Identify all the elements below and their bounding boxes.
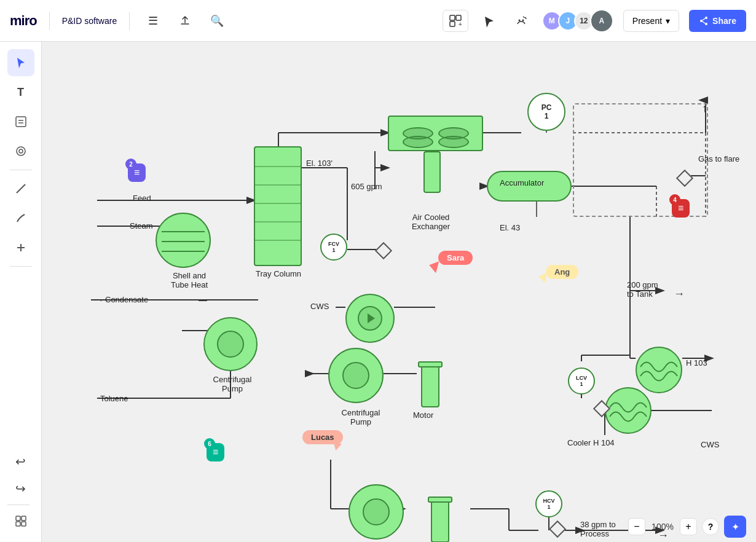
text-icon: T <box>17 86 24 99</box>
sidebar-tool-undo[interactable]: ↩ <box>7 448 34 475</box>
present-button[interactable]: Present ▾ <box>623 10 679 32</box>
svg-point-4 <box>518 19 520 21</box>
sidebar-tool-board[interactable] <box>7 508 34 535</box>
user-tag-sara[interactable]: Sara <box>438 251 473 265</box>
centrifugal-pump-1-component[interactable] <box>203 317 258 371</box>
label-cws-2: CWS <box>701 440 719 449</box>
sidebar-tool-add[interactable] <box>7 234 34 261</box>
label-cws-1: CWS <box>310 302 329 311</box>
air-cooled-component[interactable] <box>423 151 441 193</box>
help-button[interactable]: ? <box>702 518 719 535</box>
sidebar-separator <box>10 170 32 170</box>
arrow-condensate-left: ← <box>98 295 107 305</box>
label-accumulator: Accumulator <box>500 178 544 187</box>
gate-valve-1[interactable] <box>375 242 392 259</box>
svg-line-9 <box>703 18 705 20</box>
label-steam: Steam <box>130 221 153 230</box>
condenser-component[interactable] <box>388 116 483 151</box>
shell-tube-component[interactable] <box>156 213 211 268</box>
label-feed: Feed <box>133 194 151 203</box>
gate-valve-3[interactable] <box>549 520 566 538</box>
magic-icon: ✦ <box>731 521 739 533</box>
label-gpm200: 200 gpmto Tank <box>627 280 676 299</box>
user-tag-ang[interactable]: Ang <box>546 265 578 279</box>
h103-component[interactable] <box>636 347 682 393</box>
reactions-button[interactable] <box>510 10 532 32</box>
label-h103: H 103 <box>686 358 707 367</box>
menu-button[interactable]: ☰ <box>142 10 164 32</box>
canvas[interactable]: PC 1 FCV 1 LCV 1 HCV 1 ≡ 2 ≡ 4 <box>42 42 756 542</box>
sidebar-tool-sticky[interactable] <box>7 108 34 135</box>
label-gpm605: 605 gpm <box>351 182 382 191</box>
motor-1-component[interactable] <box>421 364 439 407</box>
label-el103: El. 103' <box>306 159 333 168</box>
label-el43: El. 43 <box>500 223 520 232</box>
svg-point-7 <box>705 17 707 19</box>
centrifugal-pump-3-component[interactable] <box>348 484 404 540</box>
centrifugal-pump-2-component[interactable] <box>328 348 384 403</box>
svg-rect-19 <box>16 516 20 520</box>
label-condensate: Condensate <box>105 295 148 304</box>
sidebar-tool-pen[interactable] <box>7 205 34 232</box>
motor-2-component[interactable] <box>431 500 449 542</box>
label-cent-pump-1: CentrifugalPump <box>205 375 260 393</box>
svg-point-14 <box>17 147 25 155</box>
label-shell-tube: Shell andTube Heat <box>162 271 217 289</box>
search-button[interactable]: 🔍 <box>206 10 228 32</box>
comment-blue[interactable]: ≡ 2 <box>128 163 146 182</box>
shapes-button[interactable]: + <box>443 10 468 32</box>
sidebar-tool-redo[interactable]: ↪ <box>7 475 34 502</box>
instrument-hcv1[interactable]: HCV 1 <box>535 490 562 517</box>
sidebar: T ↩ ↪ <box>0 42 42 542</box>
sidebar-tool-stamp[interactable] <box>7 138 34 165</box>
header-separator <box>49 12 50 30</box>
svg-rect-2 <box>450 22 455 26</box>
svg-point-15 <box>19 149 23 153</box>
tray-column-component[interactable] <box>254 146 302 266</box>
svg-point-8 <box>705 23 707 25</box>
sidebar-tool-text[interactable]: T <box>7 79 34 106</box>
label-gas-flare: Gas to flare <box>698 154 739 163</box>
miro-logo: miro <box>10 13 37 29</box>
instrument-lcv1[interactable]: LCV 1 <box>568 367 595 395</box>
sidebar-tool-select[interactable] <box>7 49 34 76</box>
export-button[interactable] <box>174 10 196 32</box>
svg-rect-21 <box>16 522 20 526</box>
cooler-h104-component[interactable] <box>605 387 652 434</box>
svg-rect-0 <box>450 15 455 20</box>
pointer-button[interactable] <box>478 10 500 32</box>
arrow-gas-flare: ↑ <box>702 102 707 115</box>
instrument-fcv1[interactable]: FCV 1 <box>320 234 347 261</box>
cws-pump-component[interactable] <box>345 294 395 343</box>
share-button[interactable]: Share <box>689 10 746 32</box>
sidebar-separator-2 <box>10 266 32 267</box>
avatar-main: A <box>590 9 613 33</box>
zoom-minus-button[interactable]: − <box>628 518 645 535</box>
svg-rect-22 <box>22 522 26 526</box>
label-toluene: Toluene <box>100 394 128 403</box>
app-name: P&ID software <box>62 16 117 26</box>
svg-point-6 <box>700 20 703 22</box>
svg-rect-20 <box>22 516 26 520</box>
sidebar-separator-3 <box>7 505 30 505</box>
label-air-cooled: Air CooledExchanger <box>406 213 455 231</box>
magic-button[interactable]: ✦ <box>724 516 746 538</box>
bottom-bar: − 100% + ? ✦ <box>572 511 756 542</box>
svg-line-10 <box>703 22 705 23</box>
sidebar-tool-line[interactable] <box>7 175 34 202</box>
zoom-level: 100% <box>650 522 675 532</box>
label-cooler-h104: Cooler H 104 <box>567 438 615 447</box>
comment-red[interactable]: ≡ 4 <box>672 199 690 218</box>
avatar-group: M J 12 A <box>542 9 613 33</box>
svg-point-5 <box>522 19 524 21</box>
header: miro P&ID software ☰ 🔍 + M J 12 A Presen… <box>0 0 756 42</box>
svg-rect-1 <box>456 15 461 20</box>
label-tray-column: Tray Column <box>251 269 306 278</box>
comment-green[interactable]: ≡ 6 <box>207 443 224 461</box>
zoom-plus-button[interactable]: + <box>680 518 697 535</box>
instrument-pc1[interactable]: PC 1 <box>527 93 565 131</box>
sidebar-bottom: ↩ ↪ <box>7 448 34 535</box>
label-motor-1: Motor <box>413 410 433 420</box>
arrow-200gpm: → <box>674 288 685 300</box>
label-cent-pump-2: CentrifugalPump <box>333 408 388 426</box>
